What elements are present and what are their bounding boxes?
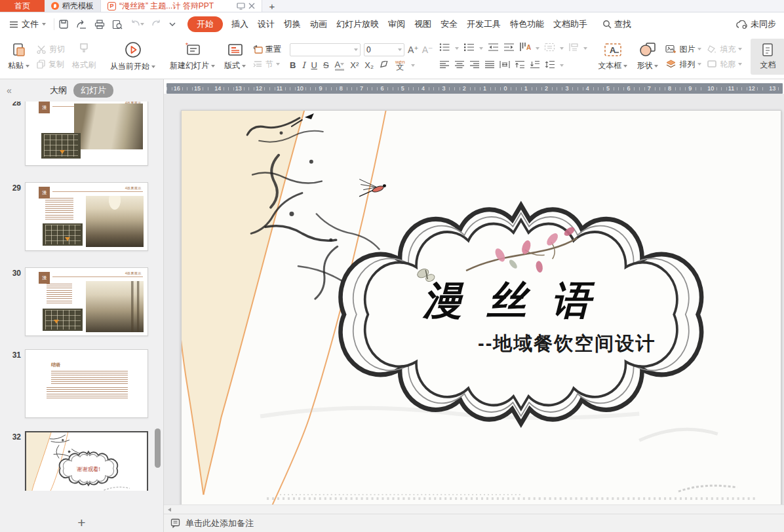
- close-tab-icon[interactable]: [248, 3, 255, 9]
- text-direction-button[interactable]: A: [519, 42, 531, 54]
- horizontal-scrollbar[interactable]: [164, 504, 784, 514]
- cut-button[interactable]: 剪切: [35, 43, 67, 56]
- play-icon: [125, 41, 142, 58]
- redo-button[interactable]: [151, 20, 162, 29]
- tab-document[interactable]: P “漫丝路” 主题...计 答辩PPT: [101, 0, 262, 12]
- picture-icon: [665, 45, 676, 54]
- ribbon-tab-devtools[interactable]: 开发工具: [462, 16, 505, 33]
- cloud-sync-icon: [735, 20, 747, 29]
- clear-format-icon[interactable]: [380, 61, 389, 69]
- thumb-photo: [74, 104, 142, 149]
- fill-button[interactable]: 填充: [705, 43, 744, 56]
- strikethrough-button[interactable]: S: [323, 60, 329, 70]
- file-menu-button[interactable]: 文件: [5, 18, 50, 30]
- doc-assistant-panel-button[interactable]: 文档: [751, 39, 784, 75]
- layout-button[interactable]: 版式: [220, 41, 250, 73]
- align-right-button[interactable]: [469, 60, 480, 71]
- align-center-button[interactable]: [454, 60, 465, 71]
- ribbon-tab-transition[interactable]: 切换: [279, 16, 305, 33]
- sync-status[interactable]: 未同步: [735, 18, 779, 30]
- docer-flame-icon: [51, 2, 59, 10]
- ribbon-tab-doc-assistant[interactable]: 文档助手: [549, 16, 592, 33]
- ribbon-tab-features[interactable]: 特色功能: [505, 16, 549, 33]
- bold-button[interactable]: B: [290, 60, 296, 70]
- row-spacing-up-button[interactable]: [515, 60, 525, 71]
- thumbnail-scrollbar[interactable]: [155, 428, 161, 468]
- ribbon-tab-start[interactable]: 开始: [187, 16, 223, 32]
- tab-document-title: “漫丝路” 主题...计 答辩PPT: [119, 1, 233, 12]
- align-left-button[interactable]: [439, 60, 450, 71]
- decrease-font-button[interactable]: A⁻: [422, 45, 433, 55]
- ribbon-tab-insert[interactable]: 插入: [227, 16, 253, 33]
- slide-subtitle-text[interactable]: --地域餐饮空间设计: [478, 331, 656, 357]
- new-tab-button[interactable]: +: [262, 0, 282, 12]
- scroll-left-arrow-icon[interactable]: [168, 508, 171, 512]
- increase-indent-button[interactable]: [503, 43, 515, 54]
- slide-thumb-28[interactable]: 28 漫 4效果展示: [25, 102, 148, 166]
- distribute-button[interactable]: [500, 60, 510, 71]
- font-color-button[interactable]: A: [335, 60, 345, 71]
- underline-button[interactable]: U: [311, 60, 317, 70]
- ribbon-tab-security[interactable]: 安全: [436, 16, 462, 33]
- collapse-panel-button[interactable]: «: [7, 85, 12, 96]
- tab-home[interactable]: 首页: [0, 0, 45, 12]
- new-slide-button[interactable]: * 新建幻灯片: [166, 41, 219, 73]
- numbering-button[interactable]: [463, 43, 475, 54]
- layout-icon: [227, 42, 244, 58]
- subscript-button[interactable]: X₂: [364, 60, 374, 70]
- undo-button[interactable]: [130, 20, 144, 29]
- play-from-current-button[interactable]: 从当前开始: [106, 40, 159, 73]
- save-button[interactable]: [58, 20, 69, 29]
- print-button[interactable]: [94, 20, 105, 29]
- superscript-button[interactable]: X²: [350, 60, 359, 70]
- present-monitor-icon[interactable]: [237, 3, 245, 10]
- shapes-button[interactable]: 形状: [633, 41, 662, 73]
- copy-button[interactable]: 复制: [35, 58, 67, 71]
- layout-label: 版式: [224, 60, 240, 71]
- phonetic-guide-button[interactable]: wén文: [395, 60, 405, 71]
- section-button[interactable]: 节: [251, 58, 283, 71]
- font-size-select[interactable]: 0: [364, 43, 404, 56]
- line-spacing-button[interactable]: [545, 60, 555, 71]
- ruler-number: 1: [475, 83, 495, 94]
- export-button[interactable]: [76, 20, 87, 29]
- ribbon-tab-view[interactable]: 视图: [410, 16, 436, 33]
- font-name-select[interactable]: [290, 43, 361, 56]
- justify-button[interactable]: [484, 60, 495, 71]
- slide-thumb-31[interactable]: 31 结语: [25, 349, 148, 418]
- add-slide-button[interactable]: +: [0, 513, 163, 532]
- toolbar-more-button[interactable]: [169, 22, 176, 27]
- current-slide[interactable]: 漫丝语 --地域餐饮空间设计: [181, 110, 781, 504]
- arrange-button[interactable]: 排列: [663, 58, 703, 71]
- text-direction-caret-icon: [536, 47, 539, 50]
- print-preview-button[interactable]: [112, 20, 123, 29]
- slide-number: 29: [8, 183, 21, 193]
- slide-thumb-30[interactable]: 30 漫 4效果展示: [25, 267, 148, 336]
- reset-button[interactable]: 重置: [251, 43, 283, 56]
- slide-thumb-29[interactable]: 29 漫 4效果展示: [25, 182, 148, 251]
- increase-font-button[interactable]: A⁺: [408, 45, 419, 55]
- outline-tab[interactable]: 大纲: [50, 85, 67, 96]
- textbox-button[interactable]: A 文本框: [594, 41, 631, 73]
- tab-docer-templates[interactable]: 稻壳模板: [45, 0, 101, 12]
- ribbon-tab-slideshow[interactable]: 幻灯片放映: [332, 16, 383, 33]
- ruler-number: 3: [433, 83, 454, 94]
- ribbon-tab-review[interactable]: 审阅: [383, 16, 410, 33]
- bullets-button[interactable]: [439, 43, 450, 54]
- format-painter-button[interactable]: 格式刷: [68, 41, 100, 72]
- textbox-margin-button[interactable]: [544, 43, 555, 54]
- notes-bar[interactable]: 单击此处添加备注: [164, 514, 784, 532]
- row-spacing-down-button[interactable]: [530, 60, 540, 71]
- vertical-align-button[interactable]: [568, 43, 579, 54]
- find-button[interactable]: 查找: [602, 18, 631, 30]
- decrease-indent-button[interactable]: [488, 43, 499, 54]
- slide-title-text[interactable]: 漫丝语: [423, 275, 616, 328]
- outline-button[interactable]: 轮廓: [705, 58, 744, 71]
- ribbon-tab-design[interactable]: 设计: [253, 16, 279, 33]
- paste-button[interactable]: 粘贴: [4, 41, 33, 73]
- picture-button[interactable]: 图片: [663, 43, 703, 56]
- slide-thumb-32[interactable]: 32 谢谢观看!: [25, 431, 148, 491]
- italic-button[interactable]: I: [302, 60, 305, 70]
- slides-tab[interactable]: 幻灯片: [73, 83, 113, 98]
- ribbon-tab-animation[interactable]: 动画: [305, 16, 332, 33]
